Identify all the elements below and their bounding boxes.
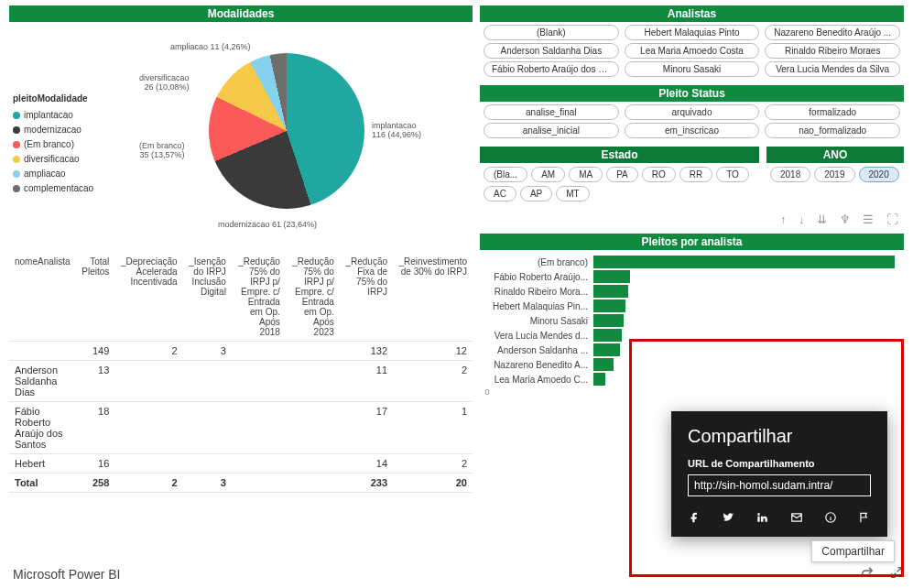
ano-pill[interactable]: 2020	[859, 167, 899, 182]
pie-label-implantacao: implantacao 116 (44,96%)	[372, 121, 421, 139]
share-tooltip: Compartilhar	[811, 540, 895, 562]
bars-header: Pleitos por analista	[480, 234, 904, 250]
brand-label: Microsoft Power BI	[13, 567, 120, 582]
share-title: Compartilhar	[688, 426, 871, 447]
filter-pill[interactable]: em_inscricao	[625, 123, 760, 138]
pie-label-ampliacao: ampliacao 11 (4,26%)	[170, 42, 251, 51]
bar-row[interactable]: Anderson Saldanha ...	[487, 343, 897, 356]
bar-row[interactable]: Rinaldo Ribeiro Mora...	[487, 285, 897, 298]
share-url-input[interactable]	[688, 474, 871, 496]
modalidades-header: Modalidades	[9, 5, 473, 22]
fullscreen-button[interactable]	[889, 565, 904, 583]
filter-pill[interactable]: Vera Lucia Mendes da Silva	[765, 61, 900, 77]
filter-pill[interactable]: Anderson Saldanha Dias	[484, 43, 619, 59]
filter-pill[interactable]: Lea Maria Amoedo Costa	[625, 43, 760, 59]
analistas-table[interactable]: nomeAnalistaTotal Pleitos_Depreciação Ac…	[9, 253, 473, 493]
bar-row[interactable]: Hebert Malaquias Pin...	[487, 299, 897, 312]
col-header: _Redução 75% do IRPJ p/ Empre. c/ Entrad…	[286, 253, 340, 342]
bar-row[interactable]: Lea Maria Amoedo C...	[487, 373, 897, 386]
table-row[interactable]: Hebert16142	[9, 454, 473, 474]
ano-pill[interactable]: 2019	[814, 167, 854, 182]
bar-row[interactable]: Nazareno Benedito A...	[487, 358, 897, 371]
linkedin-icon[interactable]	[755, 509, 768, 524]
filter-pill[interactable]: Minoru Sasaki	[625, 61, 760, 77]
filter-pill[interactable]: formalizado	[765, 104, 900, 120]
estado-pill[interactable]: RR	[679, 167, 712, 182]
info-icon[interactable]	[824, 509, 837, 524]
estado-pill[interactable]: AM	[531, 167, 565, 182]
estado-pill[interactable]: PA	[606, 167, 638, 182]
bar-row[interactable]: (Em branco)	[487, 256, 897, 268]
status-header: Pleito Status	[480, 85, 904, 102]
share-button[interactable]	[860, 565, 875, 583]
focus-icon[interactable]: ⛶	[886, 212, 898, 226]
table-row[interactable]: Fábio Roberto Araújo dos Santos18171	[9, 402, 473, 454]
share-panel: Compartilhar URL de Compartilhamento	[671, 411, 887, 537]
bar-row[interactable]: Minoru Sasaki	[487, 314, 897, 327]
analistas-header: Analistas	[480, 5, 904, 22]
expand-down-icon[interactable]: ⇊	[817, 212, 827, 226]
col-header: _Redução Fixa de 75% do IRPJ	[340, 253, 393, 342]
pie-slices[interactable]	[209, 53, 364, 209]
estado-pill[interactable]: MA	[569, 167, 603, 182]
filter-pill[interactable]: Fábio Roberto Araújo dos S...	[484, 61, 619, 77]
col-header: _Redução 75% do IRPJ p/ Empre. c/ Entrad…	[232, 253, 286, 342]
pie-label-branco: (Em branco) 35 (13,57%)	[139, 141, 185, 159]
estado-pill[interactable]: (Bla...	[484, 167, 527, 182]
col-header: _Isenção do IRPJ Inclusão Digital	[183, 253, 232, 342]
filter-pill[interactable]: analise_inicial	[484, 123, 619, 138]
col-header: Total Pleitos	[76, 253, 114, 342]
filter-pill[interactable]: (Blank)	[484, 25, 619, 40]
flag-icon[interactable]	[858, 509, 871, 524]
estado-header: Estado	[480, 147, 759, 163]
twitter-icon[interactable]	[722, 509, 734, 524]
bar-chart[interactable]: (Em branco)Fábio Roberto Araújo...Rinald…	[480, 250, 904, 391]
share-subtitle: URL de Compartilhamento	[688, 458, 871, 469]
drill-down-icon[interactable]: ↓	[799, 212, 805, 226]
col-header: nomeAnalista	[9, 253, 76, 342]
filter-pill[interactable]: Nazareno Benedito Araújo ...	[765, 25, 900, 40]
table-row[interactable]: Anderson Saldanha Dias13112	[9, 361, 473, 402]
filter-pill[interactable]: arquivado	[625, 104, 760, 120]
hierarchy-icon[interactable]: ♆	[840, 212, 851, 226]
drill-up-icon[interactable]: ↑	[780, 212, 787, 226]
visual-toolbar: ↑ ↓ ⇊ ♆ ☰ ⛶	[480, 211, 904, 228]
email-icon[interactable]	[790, 509, 803, 524]
estado-pill[interactable]: RO	[642, 167, 676, 182]
filter-pill[interactable]: Hebert Malaquias Pinto	[625, 25, 760, 40]
pie-label-diversificacao: diversificacao 26 (10,08%)	[139, 73, 190, 92]
table-row[interactable]: 1492313212	[9, 342, 473, 361]
facebook-icon[interactable]	[688, 509, 701, 524]
estado-pill[interactable]: MT	[556, 186, 589, 201]
legend-title: pleitoModalidade	[13, 92, 93, 106]
estado-pill[interactable]: TO	[716, 167, 749, 182]
filter-icon[interactable]: ☰	[863, 212, 874, 226]
col-header: _Depreciação Acelerada Incentivada	[114, 253, 182, 342]
pie-chart[interactable]: pleitoModalidade implantacao modernizaca…	[9, 22, 473, 247]
pie-legend: pleitoModalidade implantacao modernizaca…	[13, 92, 93, 196]
ano-header: ANO	[766, 147, 904, 163]
filter-pill[interactable]: Rinaldo Ribeiro Moraes	[765, 43, 900, 59]
filter-pill[interactable]: analise_final	[484, 104, 619, 120]
filter-pill[interactable]: nao_formalizado	[765, 123, 900, 138]
estado-pill[interactable]: AP	[520, 186, 552, 201]
bar-row[interactable]: Vera Lucia Mendes d...	[487, 329, 897, 342]
estado-pill[interactable]: AC	[484, 186, 516, 201]
bar-row[interactable]: Fábio Roberto Araújo...	[487, 270, 897, 283]
col-header: _Reinvestimento de 30% do IRPJ	[393, 253, 473, 342]
pie-label-modernizacao: modernizacao 61 (23,64%)	[218, 220, 317, 229]
ano-pill[interactable]: 2018	[770, 167, 810, 182]
